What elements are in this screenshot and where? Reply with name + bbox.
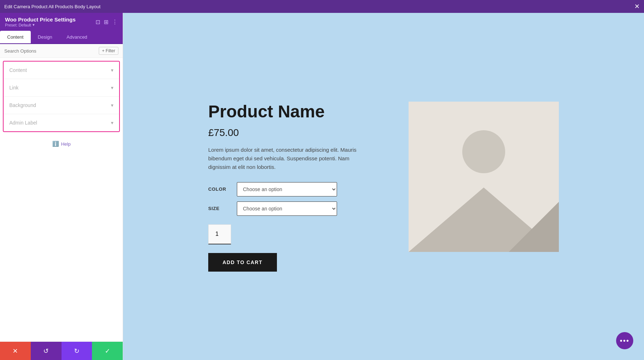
add-to-cart-button[interactable]: ADD TO CART [208, 253, 277, 272]
accordion-header-admin-label[interactable]: Admin Label ▾ [4, 114, 119, 131]
product-description: Lorem ipsum dolor sit amet, consectetur … [208, 146, 373, 171]
accordion-header-link[interactable]: Link ▾ [4, 79, 119, 96]
tab-design[interactable]: Design [31, 31, 59, 43]
size-option-row: SIZE Choose an option [208, 201, 387, 216]
help-label: Help [61, 141, 71, 147]
accordion-label-admin-label: Admin Label [9, 120, 37, 126]
search-input[interactable] [4, 48, 99, 54]
accordion-header-content[interactable]: Content ▾ [4, 62, 119, 79]
tab-advanced[interactable]: Advanced [59, 31, 94, 43]
redo-button[interactable]: ↻ [62, 342, 92, 360]
product-price: £75.00 [208, 127, 387, 138]
size-select[interactable]: Choose an option [237, 201, 337, 216]
product-details: Product Name £75.00 Lorem ipsum dolor si… [208, 102, 387, 272]
color-select[interactable]: Choose an option [237, 182, 337, 196]
fab-button[interactable]: ••• [616, 332, 633, 349]
placeholder-image-svg [409, 102, 559, 252]
main-layout: Woo Product Price Settings Preset: Defau… [0, 13, 644, 360]
color-label: COLOR [208, 186, 230, 192]
layout-icon[interactable]: ⊞ [104, 19, 108, 25]
preset-dropdown[interactable]: Preset: Default ▾ [5, 23, 75, 27]
fab-icon: ••• [620, 337, 629, 345]
product-name: Product Name [208, 102, 387, 121]
bottom-toolbar: ✕ ↺ ↻ ✓ [0, 341, 123, 360]
chevron-down-icon-background: ▾ [111, 102, 113, 108]
product-card: Product Name £75.00 Lorem ipsum dolor si… [187, 80, 580, 293]
search-bar: + Filter [0, 44, 123, 58]
tabs-row: Content Design Advanced [0, 31, 123, 44]
help-icon: ℹ️ [52, 141, 59, 147]
accordion-item-link: Link ▾ [4, 79, 119, 97]
save-button[interactable]: ✓ [92, 342, 123, 360]
undo-button[interactable]: ↺ [31, 342, 62, 360]
delete-button[interactable]: ✕ [0, 342, 31, 360]
tab-content[interactable]: Content [0, 31, 31, 43]
close-button[interactable]: ✕ [634, 3, 640, 10]
chevron-down-icon-link: ▾ [111, 85, 113, 91]
title-bar: Edit Camera Product All Products Body La… [0, 0, 644, 13]
more-icon[interactable]: ⋮ [112, 19, 118, 25]
accordion-label-content: Content [9, 67, 27, 73]
chevron-down-icon-admin-label: ▾ [111, 120, 113, 126]
accordion-item-admin-label: Admin Label ▾ [4, 114, 119, 131]
quantity-input[interactable] [208, 224, 231, 244]
filter-button[interactable]: + Filter [99, 47, 118, 55]
title-bar-text: Edit Camera Product All Products Body La… [4, 4, 101, 9]
accordion-label-background: Background [9, 102, 36, 108]
sidebar: Woo Product Price Settings Preset: Defau… [0, 13, 123, 360]
chevron-down-icon-content: ▾ [111, 67, 113, 73]
accordion-header-background[interactable]: Background ▾ [4, 97, 119, 114]
product-image [409, 102, 559, 252]
accordion-item-content: Content ▾ [4, 62, 119, 79]
settings-title: Woo Product Price Settings [5, 16, 75, 23]
settings-header: Woo Product Price Settings Preset: Defau… [0, 13, 123, 31]
responsive-icon[interactable]: ⊡ [96, 19, 100, 25]
content-area: Product Name £75.00 Lorem ipsum dolor si… [123, 13, 644, 360]
settings-title-group: Woo Product Price Settings Preset: Defau… [5, 16, 75, 27]
header-icons: ⊡ ⊞ ⋮ [96, 19, 118, 25]
product-options: COLOR Choose an option SIZE Choose an op… [208, 182, 387, 216]
svg-point-1 [462, 130, 505, 173]
accordion-container: Content ▾ Link ▾ Background ▾ [3, 61, 120, 132]
sidebar-content: + Filter Content ▾ Link ▾ [0, 44, 123, 341]
size-label: SIZE [208, 206, 230, 211]
color-option-row: COLOR Choose an option [208, 182, 387, 196]
help-row[interactable]: ℹ️ Help [0, 135, 123, 153]
accordion-label-link: Link [9, 85, 19, 91]
accordion-item-background: Background ▾ [4, 97, 119, 114]
